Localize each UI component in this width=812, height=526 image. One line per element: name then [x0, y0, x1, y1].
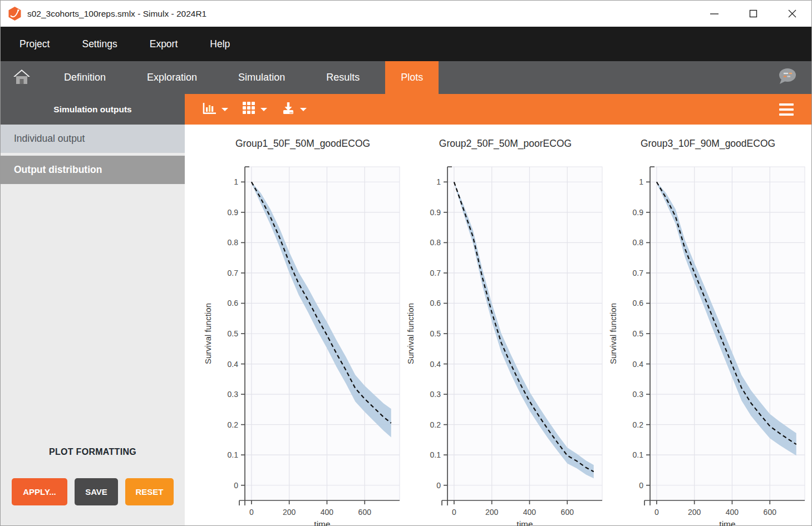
svg-text:0.5: 0.5 — [633, 329, 644, 338]
chevron-down-icon — [260, 108, 267, 111]
survival-plot-svg: 00.10.20.30.40.50.60.70.80.910200400600t… — [201, 151, 404, 526]
plot-type-button[interactable] — [203, 102, 228, 117]
svg-text:400: 400 — [523, 508, 537, 517]
svg-text:0.4: 0.4 — [633, 360, 644, 369]
svg-text:0.8: 0.8 — [430, 238, 441, 247]
menu-help[interactable]: Help — [196, 27, 243, 61]
plot-type-icon — [203, 102, 216, 117]
svg-text:0.4: 0.4 — [430, 360, 441, 369]
svg-text:0.9: 0.9 — [633, 208, 644, 217]
svg-text:0.5: 0.5 — [228, 329, 239, 338]
plot-title: Group3_10F_90M_goodECOG — [607, 138, 809, 151]
minimize-button[interactable] — [695, 1, 734, 27]
svg-text:0.7: 0.7 — [228, 269, 239, 277]
sidebar-item-output-distribution[interactable]: Output distribution — [1, 156, 185, 184]
plot-panel: Group3_10F_90M_goodECOG00.10.20.30.40.50… — [607, 126, 809, 525]
svg-text:0.3: 0.3 — [430, 390, 441, 399]
svg-text:0.3: 0.3 — [633, 390, 644, 399]
svg-text:0.9: 0.9 — [430, 208, 441, 217]
tab-results[interactable]: Results — [311, 61, 375, 94]
chevron-down-icon — [222, 108, 228, 111]
svg-text:0: 0 — [452, 508, 456, 517]
simulx-logo-icon — [7, 6, 22, 21]
svg-text:0.5: 0.5 — [430, 329, 441, 338]
y-axis-label: Survival function — [406, 303, 415, 364]
sidebar: Individual outputOutput distribution PLO… — [1, 125, 185, 525]
svg-text:0.1: 0.1 — [633, 450, 644, 459]
svg-text:0.2: 0.2 — [430, 420, 441, 429]
app-window: s02_3cohorts_100reps.smlx - Simulx - 202… — [0, 0, 812, 526]
y-axis-label: Survival function — [203, 303, 213, 364]
svg-text:200: 200 — [283, 508, 296, 517]
content-area: Individual outputOutput distribution PLO… — [1, 125, 811, 525]
svg-text:0.8: 0.8 — [633, 238, 644, 247]
save-button[interactable]: SAVE — [75, 478, 118, 505]
svg-text:0: 0 — [436, 481, 441, 490]
tab-simulation[interactable]: Simulation — [223, 61, 301, 94]
svg-text:0.7: 0.7 — [430, 269, 441, 277]
svg-text:0: 0 — [234, 481, 238, 490]
plots-toolbar — [185, 94, 811, 125]
tab-definition[interactable]: Definition — [48, 61, 121, 94]
window-controls — [695, 1, 811, 27]
svg-text:0: 0 — [654, 508, 659, 517]
svg-text:1: 1 — [436, 177, 441, 186]
svg-text:0.1: 0.1 — [430, 450, 441, 459]
svg-text:0.6: 0.6 — [430, 299, 441, 307]
survival-plot-svg: 00.10.20.30.40.50.60.70.80.910200400600t… — [607, 151, 809, 526]
plot-panel: Group1_50F_50M_goodECOG00.10.20.30.40.50… — [201, 126, 404, 525]
plot-formatting-buttons: APPLY... SAVE RESET — [1, 478, 185, 525]
home-icon — [13, 68, 31, 87]
tab-exploration[interactable]: Exploration — [131, 61, 213, 94]
layout-grid-button[interactable] — [243, 102, 267, 117]
plot-title: Group2_50F_50M_poorECOG — [404, 138, 607, 151]
home-button[interactable] — [5, 61, 38, 94]
svg-text:0.8: 0.8 — [228, 238, 239, 247]
svg-text:1: 1 — [234, 177, 238, 186]
x-axis-label: time — [516, 519, 533, 526]
svg-text:200: 200 — [688, 508, 701, 517]
tab-plots[interactable]: Plots — [385, 61, 439, 94]
tab-bar: DefinitionExplorationSimulationResultsPl… — [1, 61, 811, 94]
sub-header: Simulation outputs — [1, 94, 811, 125]
svg-text:0: 0 — [249, 508, 254, 517]
plot-formatting-title: PLOT FORMATTING — [1, 447, 185, 457]
menu-settings[interactable]: Settings — [68, 27, 130, 61]
svg-text:0.1: 0.1 — [228, 450, 239, 459]
svg-text:0.9: 0.9 — [228, 208, 239, 217]
feedback-button[interactable] — [776, 61, 798, 94]
layout-grid-icon — [243, 102, 255, 117]
menu-export[interactable]: Export — [136, 27, 191, 61]
svg-text:200: 200 — [485, 508, 499, 517]
svg-text:0.3: 0.3 — [228, 390, 239, 399]
svg-text:0.2: 0.2 — [633, 420, 644, 429]
svg-text:0.2: 0.2 — [228, 420, 239, 429]
svg-text:0.6: 0.6 — [633, 299, 644, 307]
x-axis-label: time — [314, 519, 330, 526]
svg-text:0.4: 0.4 — [228, 360, 239, 369]
x-axis-label: time — [719, 519, 735, 526]
survival-plot-svg: 00.10.20.30.40.50.60.70.80.910200400600t… — [404, 151, 607, 526]
menu-project[interactable]: Project — [6, 27, 63, 61]
svg-text:1: 1 — [639, 177, 643, 186]
chat-bubble-icon — [776, 67, 798, 89]
svg-text:600: 600 — [358, 508, 372, 517]
svg-text:400: 400 — [321, 508, 334, 517]
menu-bar: ProjectSettingsExportHelp — [1, 27, 811, 61]
export-plot-button[interactable] — [282, 102, 307, 117]
svg-text:0.6: 0.6 — [228, 299, 239, 307]
maximize-button[interactable] — [734, 1, 772, 27]
plots-area: Group1_50F_50M_goodECOG00.10.20.30.40.50… — [185, 125, 811, 525]
reset-button[interactable]: RESET — [125, 478, 174, 505]
svg-text:600: 600 — [561, 508, 574, 517]
svg-text:600: 600 — [764, 508, 777, 517]
window-title: s02_3cohorts_100reps.smlx - Simulx - 202… — [27, 9, 206, 19]
plot-title: Group1_50F_50M_goodECOG — [201, 138, 404, 151]
chevron-down-icon — [300, 108, 307, 111]
apply-button[interactable]: APPLY... — [12, 478, 67, 505]
sidebar-item-individual-output[interactable]: Individual output — [1, 125, 185, 153]
close-button[interactable] — [772, 1, 811, 27]
sidebar-header: Simulation outputs — [1, 94, 185, 125]
plots-menu-button[interactable] — [779, 103, 794, 116]
svg-text:400: 400 — [726, 508, 739, 517]
